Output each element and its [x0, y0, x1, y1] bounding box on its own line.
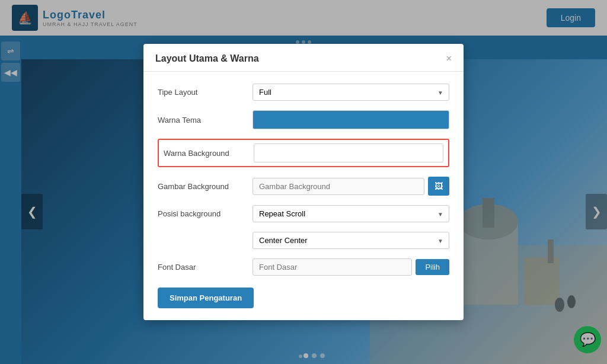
warna-tema-color-input[interactable]	[253, 110, 449, 129]
font-dasar-row: Font Dasar Pilih	[158, 258, 449, 276]
pilih-button[interactable]: Pilih	[416, 259, 449, 275]
tipe-layout-row: Tipe Layout Full	[158, 84, 449, 101]
gambar-bg-button[interactable]: 🖼	[428, 177, 449, 196]
modal-header: Layout Utama & Warna ×	[143, 44, 464, 72]
warna-bg-label: Warna Background	[164, 149, 254, 158]
posisi-bg-select-wrapper: Repeat Scroll	[253, 205, 449, 222]
image-icon: 🖼	[435, 181, 443, 191]
posisi-bg2-select-wrapper: Center Center	[253, 232, 449, 249]
tipe-layout-label: Tipe Layout	[158, 88, 253, 97]
tipe-layout-select-wrapper: Full	[253, 84, 449, 101]
warna-tema-label: Warna Tema	[158, 116, 253, 124]
warna-bg-color-input[interactable]	[254, 143, 443, 162]
posisi-bg-row2: Center Center	[158, 232, 449, 249]
gambar-bg-input[interactable]	[253, 178, 424, 195]
modal-body: Tipe Layout Full Warna Tema Warna Backgr…	[143, 72, 464, 320]
gambar-bg-input-area: 🖼	[253, 177, 449, 196]
font-dasar-input[interactable]	[253, 258, 412, 276]
simpan-row: Simpan Pengaturan	[158, 285, 449, 308]
tipe-layout-select[interactable]: Full	[253, 84, 449, 101]
modal-overlay: Layout Utama & Warna × Tipe Layout Full …	[0, 0, 607, 364]
posisi-bg2-select[interactable]: Center Center	[253, 232, 449, 249]
posisi-bg-label: Posisi background	[158, 209, 253, 218]
posisi-bg-select[interactable]: Repeat Scroll	[253, 205, 449, 222]
font-dasar-label: Font Dasar	[158, 263, 253, 272]
modal-close-button[interactable]: ×	[446, 53, 452, 64]
warna-tema-input-wrapper	[253, 110, 449, 129]
modal-dialog: Layout Utama & Warna × Tipe Layout Full …	[143, 44, 464, 320]
font-dasar-input-area: Pilih	[253, 258, 449, 276]
warna-bg-input-wrapper	[254, 143, 443, 162]
posisi-bg-row: Posisi background Repeat Scroll	[158, 205, 449, 222]
modal-title: Layout Utama & Warna	[155, 53, 259, 64]
warna-tema-row: Warna Tema	[158, 110, 449, 129]
simpan-button[interactable]: Simpan Pengaturan	[158, 288, 254, 308]
gambar-bg-label: Gambar Background	[158, 182, 253, 191]
warna-bg-row: Warna Background	[158, 139, 449, 167]
gambar-bg-row: Gambar Background 🖼	[158, 177, 449, 196]
